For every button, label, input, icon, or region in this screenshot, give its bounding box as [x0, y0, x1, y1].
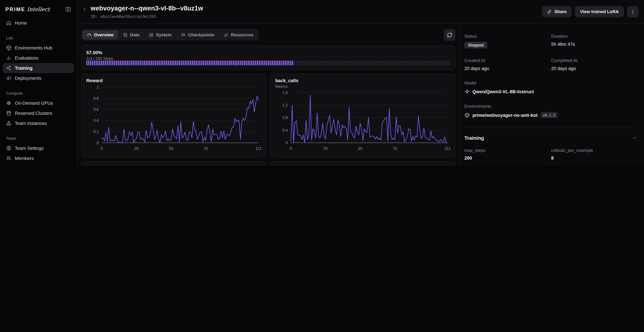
- refresh-icon: [447, 32, 452, 37]
- training-section-title: Training: [464, 135, 484, 141]
- created-at-value: 20 days ago: [464, 66, 551, 71]
- qwen-logo-icon: [464, 89, 470, 94]
- tab-checkpoints[interactable]: Checkpoints: [177, 30, 219, 39]
- svg-text:50: 50: [358, 146, 362, 151]
- environment-version-badge: v0.1.5: [540, 112, 558, 118]
- svg-text:0.6: 0.6: [93, 107, 99, 112]
- svg-text:0: 0: [96, 141, 99, 145]
- tab-system[interactable]: System: [144, 30, 176, 39]
- chevron-left-icon: [82, 6, 87, 12]
- page-title: webvoyager-n--qwen3-vl-8b--v8uz1w: [91, 4, 203, 12]
- sidebar-item-members[interactable]: Members: [3, 153, 74, 163]
- more-menu-button[interactable]: [627, 6, 638, 17]
- duration-label: Duration: [551, 34, 638, 39]
- sidebar-item-billing[interactable]: Billing: [3, 163, 74, 166]
- created-at-label: Created At: [464, 58, 551, 63]
- sidebar-item-on-demand-gpus[interactable]: On-Demand GPUs: [3, 98, 74, 108]
- details-panel: Status Stopped Duration 5h 46m 47s Creat…: [459, 23, 644, 166]
- sidebar-item-team-instances[interactable]: Team Instances: [3, 118, 74, 128]
- page-header: webvoyager-n--qwen3-vl-8b--v8uz1w ID: v8…: [77, 0, 644, 23]
- sidebar-item-label: Deployments: [15, 76, 71, 81]
- header-left: webvoyager-n--qwen3-vl-8b--v8uz1w ID: v8…: [81, 4, 203, 19]
- kebab-menu-icon: [630, 9, 636, 14]
- sidebar-section-label: Team: [3, 128, 74, 143]
- link-icon: [547, 9, 552, 14]
- svg-text:25: 25: [323, 146, 328, 151]
- overview-main: OverviewDataSystemCheckpointsResources 5…: [77, 23, 459, 166]
- sidebar-item-reserved-clusters[interactable]: Reserved Clusters: [3, 108, 74, 118]
- bars-icon: [6, 55, 12, 61]
- environments-label: Environments: [464, 104, 638, 109]
- status-field: Status Stopped: [464, 34, 551, 48]
- svg-text:113: 113: [256, 146, 261, 151]
- model-link[interactable]: Qwen/Qwen3-VL-8B-Instruct: [464, 89, 638, 94]
- svg-text:50: 50: [169, 146, 174, 151]
- view-trained-lora-button[interactable]: View trained LoRA: [575, 6, 624, 17]
- prime-intellect-logo[interactable]: PRIME Intellect: [6, 6, 50, 12]
- tab-label: Overview: [94, 32, 114, 37]
- refresh-button[interactable]: [444, 29, 455, 40]
- server-icon: [149, 32, 154, 37]
- svg-text:1.2: 1.2: [282, 103, 288, 107]
- chart-plot-reward[interactable]: 00.20.40.60.810255075113: [86, 84, 261, 153]
- panel-collapse-icon: [65, 6, 72, 12]
- back-button[interactable]: [81, 5, 88, 12]
- param-name: max_steps: [464, 148, 551, 153]
- db-icon: [123, 32, 128, 37]
- training-collapse-button[interactable]: [632, 135, 638, 141]
- tab-overview[interactable]: Overview: [82, 30, 118, 39]
- sidebar-section-label: Lab: [3, 28, 74, 43]
- completed-at-label: Completed At: [551, 58, 638, 63]
- svg-text:75: 75: [392, 146, 397, 151]
- tabs: OverviewDataSystemCheckpointsResources: [81, 29, 259, 41]
- chart-back-calls: back_callsMetrics00.40.81.21.60255075113: [270, 74, 455, 157]
- sidebar-item-training[interactable]: Training: [3, 63, 74, 73]
- param-name: rollouts_per_example: [551, 148, 638, 153]
- view-lora-button-label: View trained LoRA: [580, 9, 619, 14]
- sidebar-item-deployments[interactable]: Deployments: [3, 73, 74, 83]
- svg-text:0.4: 0.4: [93, 118, 99, 123]
- sidebar-collapse-button[interactable]: [64, 5, 72, 13]
- tab-label: Checkpoints: [188, 32, 214, 37]
- main-region: webvoyager-n--qwen3-vl-8b--v8uz1w ID: v8…: [77, 0, 644, 166]
- share-button[interactable]: Share: [542, 6, 572, 17]
- status-label: Status: [464, 34, 551, 39]
- sidebar-item-label: Reserved Clusters: [15, 111, 71, 116]
- chevron-up-icon: [632, 135, 637, 140]
- sidebar-item-team-settings[interactable]: Team Settings: [3, 143, 74, 153]
- progress-bar-fill: [86, 61, 294, 65]
- created-at-field: Created At 20 days ago: [464, 58, 551, 71]
- environment-value: prime/webvoyager-no-anti-bot: [472, 113, 538, 118]
- progress-percent: 57.00%: [86, 50, 450, 55]
- training-params-grid: max_steps200rollouts_per_example8seq_len…: [464, 148, 638, 166]
- cloud-up-icon: [6, 75, 12, 81]
- tab-data[interactable]: Data: [118, 30, 144, 39]
- share-button-label: Share: [554, 9, 566, 14]
- user-circle-icon: [6, 145, 12, 151]
- completed-at-field: Completed At 20 days ago: [551, 58, 638, 71]
- svg-text:75: 75: [204, 146, 208, 151]
- content-row: OverviewDataSystemCheckpointsResources 5…: [77, 23, 644, 166]
- logo-intellect-text: Intellect: [27, 6, 50, 12]
- sidebar-section-compute: ComputeOn-Demand GPUsReserved ClustersTe…: [3, 83, 74, 128]
- chart-title: Reward: [86, 78, 261, 83]
- chart-plot-back-calls[interactable]: 00.40.81.21.60255075113: [275, 89, 450, 153]
- environment-link[interactable]: prime/webvoyager-no-anti-bot v0.1.5: [464, 112, 638, 118]
- sidebar-item-environments-hub[interactable]: Environments Hub: [3, 43, 74, 53]
- sidebar-item-evaluations[interactable]: Evaluations: [3, 53, 74, 63]
- details-divider: [464, 128, 638, 128]
- home-icon: [6, 20, 12, 25]
- tab-label: Data: [130, 32, 140, 37]
- tab-resources[interactable]: Resources: [220, 30, 258, 39]
- sidebar-item-label: Team Settings: [15, 146, 71, 151]
- svg-text:113: 113: [444, 146, 450, 151]
- header-actions: Share View trained LoRA: [542, 6, 638, 17]
- logo-prime-text: PRIME: [6, 6, 25, 12]
- charts-grid: Reward00.20.40.60.810255075113back_calls…: [81, 74, 455, 166]
- title-block: webvoyager-n--qwen3-vl-8b--v8uz1w ID: v8…: [91, 4, 203, 19]
- progress-steps: 114 / 200 Steps: [86, 56, 450, 61]
- sidebar-item-home[interactable]: Home: [3, 18, 74, 28]
- environment-icon: [464, 112, 470, 118]
- param-max-steps: max_steps200: [464, 148, 551, 161]
- svg-text:25: 25: [134, 146, 139, 151]
